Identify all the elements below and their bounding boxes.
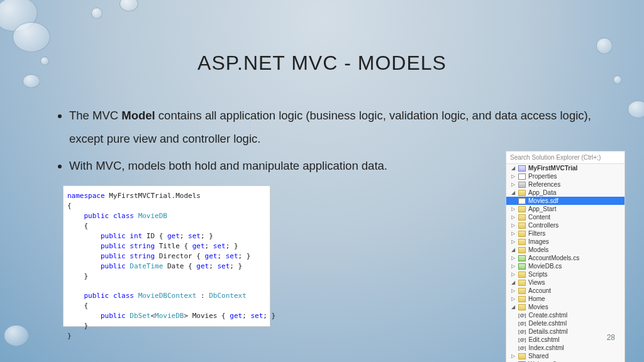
type-name: DbSet xyxy=(130,312,150,320)
solution-search-input[interactable]: Search Solution Explorer (Ctrl+;) xyxy=(506,151,625,164)
code-snippet: namespace MyFirstMVCTrial.Models { publi… xyxy=(63,185,270,327)
tree-label: Filters xyxy=(528,230,545,237)
tree-item[interactable]: ◢Movies xyxy=(506,303,625,311)
tree-item-selected[interactable]: Movies.sdf xyxy=(506,197,625,205)
tree-item[interactable]: ▷Shared xyxy=(506,352,625,360)
tree-item[interactable]: ▷Images xyxy=(506,238,625,246)
tree-label: Content xyxy=(528,214,550,221)
tree-item-project[interactable]: ◢MyFirstMVCTrial xyxy=(506,164,625,172)
text: The MVC xyxy=(69,109,121,122)
decor-bubble xyxy=(13,22,50,52)
kw-set: set xyxy=(250,312,263,320)
db-icon xyxy=(518,198,526,204)
decor-bubble xyxy=(91,8,103,19)
tree-label: App_Data xyxy=(528,189,556,196)
decor-bubble xyxy=(119,0,138,11)
folder-icon xyxy=(518,222,526,229)
tree-item[interactable]: ▷Home xyxy=(506,295,625,303)
tree-item[interactable]: ▷Filters xyxy=(506,229,625,238)
kw-get: get xyxy=(196,262,209,270)
code-text: MyFirstMVCTrial.Models xyxy=(105,192,201,200)
tree-label: Home xyxy=(528,295,545,302)
bullet-item: The MVC Model contains all application l… xyxy=(69,104,606,150)
folder-icon xyxy=(518,288,526,294)
code-text: ; } xyxy=(226,242,238,250)
slide-title: ASP.NET MVC - MODELS xyxy=(0,52,644,75)
kw-set: set xyxy=(188,232,201,240)
tree-label: Properties xyxy=(528,173,557,180)
project-icon xyxy=(518,165,526,172)
tree-label: Account xyxy=(528,287,551,294)
tree-label: Delete.cshtml xyxy=(529,320,567,327)
code-text: ; xyxy=(180,232,188,240)
tree-item[interactable]: ▷Scripts xyxy=(506,270,625,278)
tree-label: Scripts xyxy=(528,271,548,278)
tree-item[interactable]: ▷MovieDB.cs xyxy=(506,262,625,270)
code-text: Movies { xyxy=(188,312,230,320)
tree-label: Shared xyxy=(528,353,548,359)
folder-icon xyxy=(518,272,526,278)
code-text: : xyxy=(196,292,209,300)
folder-icon xyxy=(518,296,526,302)
tree-item[interactable]: ▷Controllers xyxy=(506,221,625,229)
kw-set: set xyxy=(217,262,230,270)
tree-item[interactable]: ◢Models xyxy=(506,246,625,254)
decor-bubble xyxy=(613,75,622,84)
tree-label: Images xyxy=(528,238,549,245)
tree-label: AccountModels.cs xyxy=(528,255,579,261)
kw-get: get xyxy=(205,252,218,260)
kw-class: class xyxy=(113,292,134,300)
kw-get: get xyxy=(167,232,180,240)
tree-label: Movies.sdf xyxy=(528,197,558,204)
tree-item[interactable]: ▷AccountModels.cs xyxy=(506,254,625,262)
tree-item[interactable]: ◢App_Data xyxy=(506,189,625,197)
kw-string: string xyxy=(130,252,155,260)
kw-public: public xyxy=(101,232,126,240)
tree-label: Views xyxy=(528,279,545,286)
code-text: ; xyxy=(205,242,213,250)
text-bold: Model xyxy=(121,109,155,122)
references-icon xyxy=(518,182,526,188)
folder-icon xyxy=(518,304,526,310)
slide: ASP.NET MVC - MODELS The MVC Model conta… xyxy=(0,0,644,362)
tree-item[interactable]: [@]Create.cshtml xyxy=(506,311,625,319)
kw-public: public xyxy=(101,242,126,250)
tree-label: Controllers xyxy=(528,222,558,229)
tree-label: Movies xyxy=(528,304,548,310)
code-text: ; xyxy=(242,312,250,320)
code-text: Director { xyxy=(155,252,204,260)
type-name: DbContext xyxy=(209,292,247,300)
kw-int: int xyxy=(130,232,142,240)
code-text: Title { xyxy=(155,242,192,250)
code-text: ; xyxy=(217,252,225,260)
tree-item[interactable]: [@]Index.cshtml xyxy=(506,344,625,352)
code-text: ; } xyxy=(263,312,275,320)
folder-icon xyxy=(518,206,526,212)
tree-item[interactable]: ◢Views xyxy=(506,278,625,287)
code-text: ; } xyxy=(201,232,213,240)
decor-bubble xyxy=(4,325,29,346)
type-name: DateTime xyxy=(130,262,163,270)
tree-label: MyFirstMVCTrial xyxy=(528,165,577,172)
tree-label: MovieDB.cs xyxy=(528,263,562,270)
tree-item[interactable]: ▷Content xyxy=(506,213,625,221)
wrench-icon xyxy=(518,173,526,180)
folder-icon xyxy=(518,239,526,245)
decor-bubble xyxy=(23,74,40,88)
tree-item[interactable]: ▷Account xyxy=(506,287,625,295)
tree-label: References xyxy=(528,181,560,188)
code-text: ID { xyxy=(142,232,167,240)
tree-label: Index.cshtml xyxy=(529,344,564,351)
tree-label: Models xyxy=(528,246,548,253)
tree-item[interactable]: ▷Properties xyxy=(506,172,625,180)
tree-item[interactable]: ▷App_Start xyxy=(506,205,625,213)
folder-icon xyxy=(518,247,526,253)
tree-item[interactable]: [@]Delete.cshtml xyxy=(506,319,625,327)
kw-public: public xyxy=(101,252,126,260)
tree-item[interactable]: ▷References xyxy=(506,180,625,189)
kw-public: public xyxy=(84,292,109,300)
kw-public: public xyxy=(101,312,126,320)
folder-icon xyxy=(518,353,526,359)
tree-label: Edit.cshtml xyxy=(529,336,560,343)
kw-class: class xyxy=(113,212,134,220)
